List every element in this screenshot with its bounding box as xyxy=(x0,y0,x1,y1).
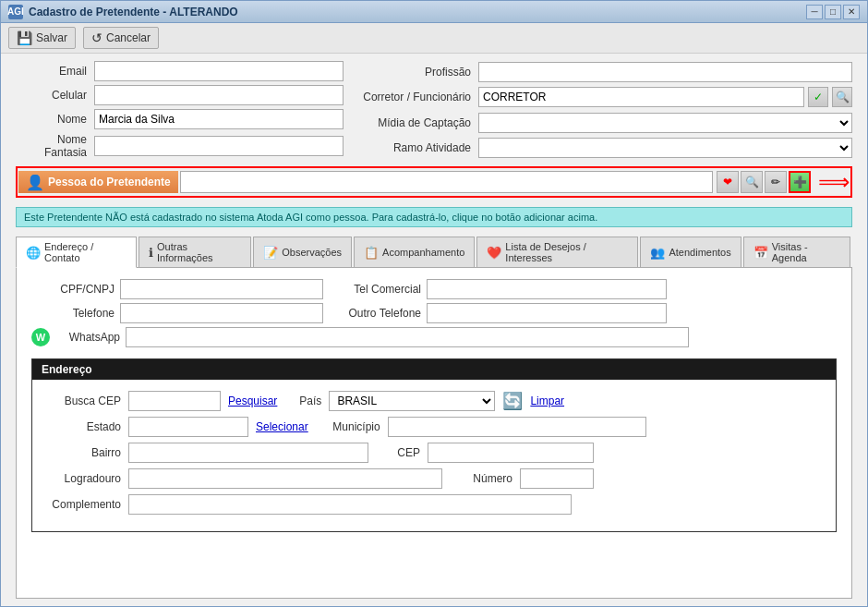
municipio-input[interactable] xyxy=(388,417,646,437)
ramo-select[interactable] xyxy=(478,138,852,158)
bairro-row: Bairro CEP xyxy=(47,443,821,463)
bairro-input[interactable] xyxy=(128,443,368,463)
top-form: Email Celular Nome Nome Fantasia Profiss… xyxy=(16,61,852,159)
cancel-button[interactable]: ↺ Cancelar xyxy=(83,27,159,49)
pessoa-heart-btn[interactable]: ❤ xyxy=(717,171,739,193)
pessoa-edit-btn[interactable]: ✏ xyxy=(765,171,787,193)
arrow-right-icon: ⟹ xyxy=(818,169,850,195)
cancel-label: Cancelar xyxy=(106,31,151,44)
tel-comercial-label: Tel Comercial xyxy=(338,283,421,296)
person-icon: 👤 xyxy=(26,174,44,191)
logradouro-row: Logradouro Número xyxy=(47,468,821,489)
main-window: AGI Cadastro de Pretendente - ALTERANDO … xyxy=(0,0,868,607)
cep-search-row: Busca CEP Pesquisar País BRASIL 🔄 Limpar xyxy=(47,391,821,411)
tabs-section: 🌐 Endereço / Contato ℹ Outras Informaçõe… xyxy=(16,233,852,599)
title-bar-left: AGI Cadastro de Pretendente - ALTERANDO xyxy=(8,5,238,19)
tabs-nav: 🌐 Endereço / Contato ℹ Outras Informaçõe… xyxy=(16,237,852,268)
outro-telefone-group: Outro Telefone xyxy=(338,303,667,323)
corretor-label: Corretor / Funcionário xyxy=(358,91,478,103)
tel-comercial-group: Tel Comercial xyxy=(338,279,667,299)
title-bar: AGI Cadastro de Pretendente - ALTERANDO … xyxy=(1,1,867,23)
corretor-search-icon[interactable]: 🔍 xyxy=(832,87,852,107)
nome-input[interactable] xyxy=(94,109,344,129)
numero-input[interactable] xyxy=(520,468,594,489)
pesquisar-button[interactable]: Pesquisar xyxy=(228,395,277,407)
tab-visitas[interactable]: 📅 Visitas - Agenda xyxy=(743,237,850,267)
tab-lista[interactable]: ❤️ Lista de Desejos / Interesses xyxy=(476,237,638,267)
pessoa-input[interactable] xyxy=(180,171,713,193)
checklist-icon: 📋 xyxy=(364,246,379,260)
refresh-icon[interactable]: 🔄 xyxy=(502,391,523,411)
telefone-group: Telefone xyxy=(31,303,323,323)
outro-telefone-label: Outro Telefone xyxy=(338,307,421,320)
whatsapp-label: WhatsApp xyxy=(55,331,120,344)
profissao-input[interactable] xyxy=(478,62,852,82)
whatsapp-icon: W xyxy=(31,328,50,346)
nome-fantasia-input[interactable] xyxy=(94,136,344,156)
tab-endereco[interactable]: 🌐 Endereço / Contato xyxy=(16,237,137,268)
corretor-input[interactable] xyxy=(478,87,804,107)
whatsapp-row: W WhatsApp xyxy=(31,327,837,347)
pessoa-buttons: ❤ 🔍 ✏ ➕ xyxy=(717,171,811,193)
cpf-input[interactable] xyxy=(120,279,323,299)
bairro-label: Bairro xyxy=(47,446,121,459)
celular-label: Celular xyxy=(16,89,94,102)
complemento-row: Complemento xyxy=(47,494,821,515)
tab-outras[interactable]: ℹ Outras Informações xyxy=(139,237,251,267)
minimize-button[interactable]: ─ xyxy=(806,5,823,19)
address-content: Busca CEP Pesquisar País BRASIL 🔄 Limpar xyxy=(32,380,836,531)
profissao-label: Profissão xyxy=(358,66,478,79)
selecionar-button[interactable]: Selecionar xyxy=(256,420,308,433)
heart-icon: ❤️ xyxy=(487,246,501,260)
busca-cep-input[interactable] xyxy=(128,391,221,411)
telefone-label: Telefone xyxy=(31,307,115,320)
main-content: Email Celular Nome Nome Fantasia Profiss… xyxy=(1,54,867,606)
tel-comercial-input[interactable] xyxy=(427,279,667,299)
celular-input[interactable] xyxy=(94,85,344,105)
tab-atendimentos[interactable]: 👥 Atendimentos xyxy=(640,237,741,267)
nome-label: Nome xyxy=(16,113,94,126)
estado-row: Estado Selecionar Município xyxy=(47,417,821,437)
whatsapp-input[interactable] xyxy=(126,327,689,347)
toolbar: 💾 Salvar ↺ Cancelar xyxy=(1,23,867,54)
limpar-button[interactable]: Limpar xyxy=(530,395,564,407)
corretor-check-icon[interactable]: ✓ xyxy=(808,87,828,107)
contact-row-1: CPF/CNPJ Tel Comercial xyxy=(31,279,837,299)
cancel-icon: ↺ xyxy=(91,30,102,45)
info-icon: ℹ xyxy=(149,246,153,260)
logradouro-label: Logradouro xyxy=(47,472,121,485)
ramo-label: Ramo Atividade xyxy=(358,141,478,154)
complemento-input[interactable] xyxy=(128,494,572,515)
right-form-col: Profissão Corretor / Funcionário ✓ 🔍 Míd… xyxy=(358,61,852,159)
note-icon: 📝 xyxy=(263,246,278,260)
people-icon: 👥 xyxy=(650,246,665,260)
estado-label: Estado xyxy=(47,420,121,433)
logradouro-input[interactable] xyxy=(128,468,442,489)
outro-telefone-input[interactable] xyxy=(427,303,667,323)
estado-input[interactable] xyxy=(128,417,248,437)
calendar-icon: 📅 xyxy=(753,246,768,260)
email-input[interactable] xyxy=(94,61,344,81)
save-icon: 💾 xyxy=(17,30,32,45)
cep-input[interactable] xyxy=(428,443,594,463)
pessoa-bar: 👤 Pessoa do Pretendente ❤ 🔍 ✏ ➕ ⟹ xyxy=(16,166,852,198)
tab-observacoes[interactable]: 📝 Observações xyxy=(253,237,352,267)
restore-button[interactable]: □ xyxy=(825,5,841,19)
address-section: Endereço Busca CEP Pesquisar País BRASIL xyxy=(31,358,837,532)
save-button[interactable]: 💾 Salvar xyxy=(8,27,76,49)
save-label: Salvar xyxy=(36,31,67,44)
midia-label: Mídia de Captação xyxy=(358,116,478,129)
telefone-input[interactable] xyxy=(120,303,323,323)
midia-select[interactable] xyxy=(478,113,852,133)
pais-select[interactable]: BRASIL xyxy=(329,391,495,411)
address-header: Endereço xyxy=(32,359,836,380)
pessoa-binoculars-btn[interactable]: 🔍 xyxy=(741,171,763,193)
pessoa-add-btn[interactable]: ➕ xyxy=(789,171,811,193)
close-button[interactable]: ✕ xyxy=(843,5,860,19)
corretor-row: ✓ 🔍 xyxy=(478,87,852,107)
complemento-label: Complemento xyxy=(47,498,121,511)
tab-acompanhamento[interactable]: 📋 Acompanhamento xyxy=(354,237,475,267)
numero-label: Número xyxy=(457,472,512,485)
busca-cep-label: Busca CEP xyxy=(47,395,121,407)
info-bar: Este Pretendente NÃO está cadastrado no … xyxy=(16,207,852,227)
